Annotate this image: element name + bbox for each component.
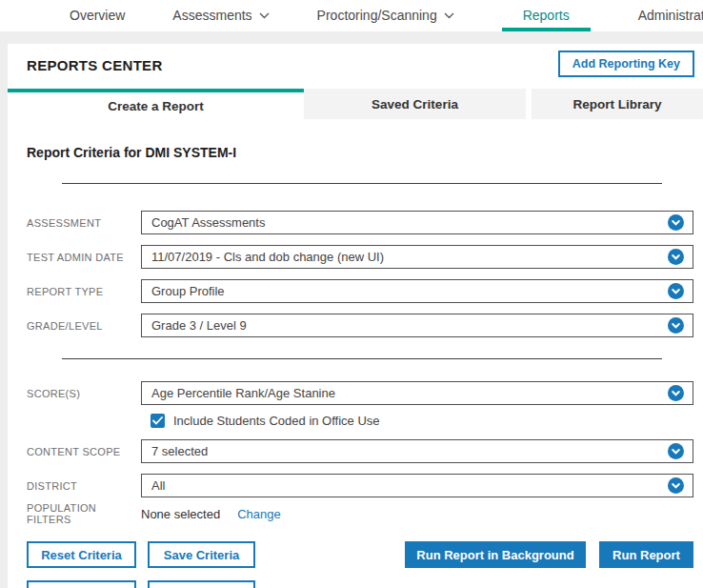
clipped-button-row <box>27 580 693 588</box>
form-row-assessment: ASSESSMENT CogAT Assessments <box>27 211 693 234</box>
chevron-down-icon <box>444 12 454 19</box>
nav-item-assessments[interactable]: Assessments <box>172 0 269 31</box>
include-office-use-checkbox[interactable] <box>151 414 165 428</box>
save-criteria-button[interactable]: Save Criteria <box>148 541 255 568</box>
nav-item-label: Reports <box>523 8 570 23</box>
form-row-report-type: REPORT TYPE Group Profile <box>27 279 693 303</box>
content-scope-label: CONTENT SCOPE <box>27 446 141 457</box>
divider <box>62 358 662 359</box>
create-report-content: Report Criteria for DMI SYSTEM-I ASSESSM… <box>8 145 703 588</box>
grade-level-label: GRADE/LEVEL <box>27 320 141 332</box>
chevron-down-icon[interactable] <box>668 214 684 231</box>
content-scope-dropdown[interactable]: 7 selected <box>141 439 693 463</box>
nav-item-overview[interactable]: Overview <box>70 0 125 31</box>
test-admin-date-value: 11/07/2019 - Cls and dob change (new UI) <box>151 250 384 264</box>
assessment-value: CogAT Assessments <box>151 215 265 230</box>
population-filters-row: POPULATION FILTERS None selected Change <box>27 505 693 522</box>
nav-item-label: Administration <box>638 8 703 23</box>
tab-saved-criteria[interactable]: Saved Criteria <box>304 89 526 119</box>
assessment-label: ASSESSMENT <box>27 217 141 229</box>
population-filters-change-link[interactable]: Change <box>237 507 281 521</box>
page-title: REPORTS CENTER <box>27 57 163 73</box>
district-value: All <box>151 478 165 493</box>
report-criteria-heading: Report Criteria for DMI SYSTEM-I <box>27 145 693 160</box>
form-row-district: DISTRICT All <box>27 474 693 497</box>
nav-item-label: Overview <box>70 8 125 23</box>
nav-item-proctoring-scanning[interactable]: Proctoring/Scanning <box>317 0 454 31</box>
run-report-button[interactable]: Run Report <box>599 541 693 568</box>
chevron-down-icon[interactable] <box>668 443 684 459</box>
assessment-dropdown[interactable]: CogAT Assessments <box>141 211 693 234</box>
action-button-row: Reset Criteria Save Criteria Run Report … <box>27 541 693 568</box>
reports-center-panel: REPORTS CENTER Add Reporting Key Create … <box>8 44 703 588</box>
include-office-use-row: Include Students Coded in Office Use <box>151 414 693 428</box>
form-row-test-admin-date: TEST ADMIN DATE 11/07/2019 - Cls and dob… <box>27 245 693 269</box>
chevron-down-icon[interactable] <box>668 283 684 299</box>
tab-report-library[interactable]: Report Library <box>532 89 703 119</box>
chevron-down-icon[interactable] <box>668 385 684 401</box>
form-row-content-scope: CONTENT SCOPE 7 selected <box>27 439 693 463</box>
grade-level-dropdown[interactable]: Grade 3 / Level 9 <box>141 314 693 337</box>
chevron-down-icon[interactable] <box>668 477 684 494</box>
tab-create-a-report[interactable]: Create a Report <box>8 89 304 119</box>
population-filters-value: None selected <box>141 507 220 521</box>
report-type-dropdown[interactable]: Group Profile <box>141 279 693 303</box>
scores-value: Age Percentile Rank/Age Stanine <box>151 386 335 400</box>
district-label: DISTRICT <box>27 480 141 492</box>
reset-criteria-button[interactable]: Reset Criteria <box>27 541 136 568</box>
grade-level-value: Grade 3 / Level 9 <box>151 318 247 333</box>
nav-item-reports[interactable]: Reports <box>502 0 591 31</box>
test-admin-date-label: TEST ADMIN DATE <box>27 252 141 263</box>
panel-header: REPORTS CENTER Add Reporting Key <box>8 44 703 89</box>
divider <box>62 183 662 184</box>
report-type-label: REPORT TYPE <box>27 286 141 297</box>
scores-label: SCORE(S) <box>27 388 141 399</box>
test-admin-date-dropdown[interactable]: 11/07/2019 - Cls and dob change (new UI) <box>141 245 693 269</box>
population-filters-label: POPULATION FILTERS <box>27 502 141 525</box>
district-dropdown[interactable]: All <box>141 474 693 497</box>
nav-item-label: Proctoring/Scanning <box>317 8 437 23</box>
form-row-grade-level: GRADE/LEVEL Grade 3 / Level 9 <box>27 314 693 337</box>
nav-item-label: Assessments <box>172 8 251 23</box>
content-scope-value: 7 selected <box>151 444 208 458</box>
checkmark-icon <box>152 416 163 425</box>
form-row-scores: SCORE(S) Age Percentile Rank/Age Stanine <box>27 381 693 405</box>
chevron-down-icon[interactable] <box>668 249 684 265</box>
chevron-down-icon <box>259 12 270 19</box>
report-type-value: Group Profile <box>151 284 225 298</box>
chevron-down-icon[interactable] <box>668 317 684 334</box>
nav-item-administration[interactable]: Administration <box>638 0 703 31</box>
tab-bar: Create a Report Saved Criteria Report Li… <box>8 89 703 119</box>
include-office-use-label: Include Students Coded in Office Use <box>173 414 380 428</box>
clipped-button[interactable] <box>148 580 255 588</box>
top-navigation: Overview Assessments Proctoring/Scanning… <box>0 0 703 31</box>
run-report-in-background-button[interactable]: Run Report in Background <box>405 541 586 568</box>
add-reporting-key-button[interactable]: Add Reporting Key <box>558 51 694 77</box>
clipped-button[interactable] <box>27 580 136 588</box>
scores-dropdown[interactable]: Age Percentile Rank/Age Stanine <box>141 381 693 405</box>
